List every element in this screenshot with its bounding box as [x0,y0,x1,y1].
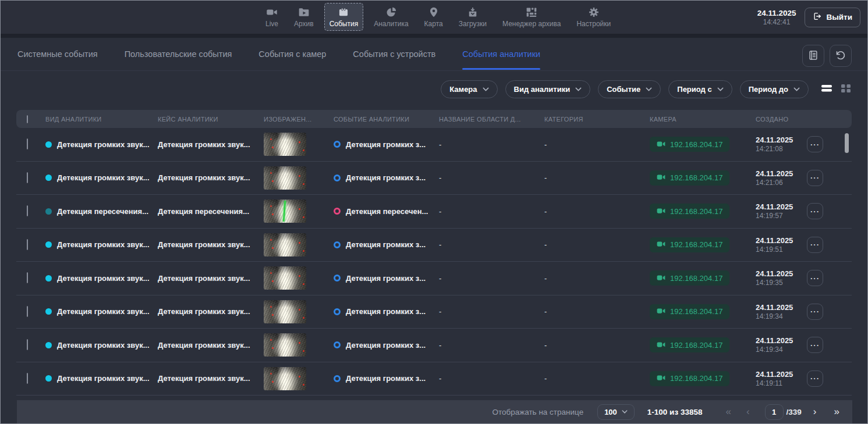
filter-period-from[interactable]: Период с [668,80,732,98]
nav-item-events[interactable]: События [324,3,364,31]
col-created: СОЗДАНО [756,116,807,123]
event-thumbnail[interactable] [264,233,306,256]
table-row[interactable]: Детекция громких звук... Детекция громки… [16,162,852,195]
area-name-value: - [439,274,544,283]
journal-button[interactable] [802,45,824,67]
select-all-checkbox[interactable] [27,115,28,123]
row-actions-button[interactable]: ··· [807,337,823,353]
nav-label: Менеджер архива [502,20,561,28]
event-thumbnail[interactable] [264,133,306,156]
table-row[interactable]: Детекция громких звук... Детекция громки… [16,295,852,329]
tab-system-events[interactable]: Системные события [17,38,98,70]
settings-gear-icon [588,6,600,18]
filter-event[interactable]: Событие [598,80,661,98]
grid-view-button[interactable] [840,83,852,95]
current-page-input[interactable]: 1 [765,404,784,420]
filter-label: Вид аналитики [514,85,571,94]
row-checkbox[interactable] [27,172,28,183]
analytics-type-label: Детекция громких звук... [57,374,150,383]
row-actions-button[interactable]: ··· [807,203,823,219]
row-actions-button[interactable]: ··· [807,237,823,253]
event-thumbnail[interactable] [264,367,306,390]
created-time: 14:19:34 [756,312,807,320]
row-actions-button[interactable]: ··· [807,270,823,286]
nav-item-archive-manager[interactable]: Менеджер архива [497,3,566,31]
row-actions-button[interactable]: ··· [807,170,823,186]
pager-controls: « ‹ 1 /339 › » [724,404,841,420]
row-actions-button[interactable]: ··· [807,304,823,320]
list-view-button[interactable] [820,83,833,95]
row-checkbox[interactable] [27,373,28,384]
event-thumbnail[interactable] [264,300,306,323]
area-name-value: - [439,374,544,383]
archive-folder-icon [298,6,310,18]
analytics-case-label: Детекция громких звук... [158,140,264,149]
nav-item-map[interactable]: Карта [419,3,448,31]
col-area-name: НАЗВАНИЕ ОБЛАСТИ Д... [439,116,544,123]
row-actions-button[interactable]: ··· [807,370,823,387]
table-row[interactable]: Детекция пересечения... Детекция пересеч… [16,195,852,229]
nav-item-archive[interactable]: Архив [289,3,319,31]
analytics-event-ring-icon [334,308,341,315]
table-row[interactable]: Детекция громких звук... Детекция громки… [16,128,852,162]
event-thumbnail[interactable] [264,166,306,190]
filter-label: Камера [449,85,477,94]
prev-page-button[interactable]: ‹ [745,406,751,418]
analytics-event-label: Детекция громких з... [346,140,426,149]
top-right-area: 24.11.2025 14:42:41 Выйти [757,1,860,34]
row-checkbox[interactable] [27,306,28,317]
row-checkbox[interactable] [27,239,28,250]
last-page-button[interactable]: » [833,406,841,418]
nav-item-analytics[interactable]: Аналитика [369,3,413,31]
table-row[interactable]: Детекция громких звук... Детекция громки… [16,229,852,262]
tab-device-events[interactable]: События с устройств [353,38,435,70]
event-thumbnail[interactable] [264,199,306,223]
row-checkbox[interactable] [27,339,28,350]
created-cell: 24.11.2025 14:21:08 [756,136,807,153]
table-row[interactable]: ··· [16,396,852,400]
table-row[interactable]: Детекция громких звук... Детекция громки… [16,329,852,362]
next-page-button[interactable]: › [812,406,818,418]
category-value: - [544,341,650,350]
tab-camera-events[interactable]: События с камер [258,38,326,70]
created-time: 14:21:08 [756,145,807,153]
camera-badge: 192.168.204.17 [650,337,729,352]
filter-analytics-type[interactable]: Вид аналитики [505,80,591,98]
current-date: 24.11.2025 [757,9,796,17]
created-time: 14:19:34 [756,345,807,354]
camera-ip-label: 192.168.204.17 [670,140,722,149]
table-row[interactable]: Детекция громких звук... Детекция громки… [16,362,852,396]
nav-item-live[interactable]: Live [260,3,284,31]
filter-period-to[interactable]: Период до [740,80,809,98]
created-cell: 24.11.2025 14:21:06 [756,169,807,187]
analytics-event-ring-icon [334,341,341,348]
page-size-select[interactable]: 100 [597,404,635,420]
filter-bar: Камера Вид аналитики Событие Период с Пе… [441,80,852,98]
analytics-type-label: Детекция громких звук... [57,140,150,149]
table-row[interactable]: Детекция громких звук... Детекция громки… [16,262,852,295]
created-time: 14:21:06 [756,179,807,187]
filter-camera[interactable]: Камера [441,80,497,98]
area-name-value: - [439,173,544,182]
logout-button[interactable]: Выйти [805,8,861,27]
tab-user-events[interactable]: Пользовательские события [125,38,232,70]
event-thumbnail[interactable] [264,266,306,290]
nav-label: Карта [424,20,443,28]
nav-item-downloads[interactable]: Загрузки [454,3,492,31]
created-cell: 24.11.2025 14:19:34 [756,336,807,354]
row-checkbox[interactable] [27,272,28,283]
camera-icon [657,307,665,316]
vertical-scrollbar-thumb[interactable] [845,133,849,153]
row-checkbox[interactable] [27,205,28,216]
refresh-button[interactable] [830,45,852,67]
current-time: 14:42:41 [757,18,796,26]
tab-analytics-events[interactable]: События аналитики [462,38,540,70]
camera-badge: 192.168.204.17 [650,371,729,386]
event-thumbnail[interactable] [264,333,306,357]
row-checkbox[interactable] [27,138,28,149]
nav-label: Настройки [576,20,611,28]
nav-item-settings[interactable]: Настройки [571,3,616,31]
video-camera-icon [266,6,278,18]
row-actions-button[interactable]: ··· [807,136,823,152]
first-page-button[interactable]: « [724,406,732,418]
